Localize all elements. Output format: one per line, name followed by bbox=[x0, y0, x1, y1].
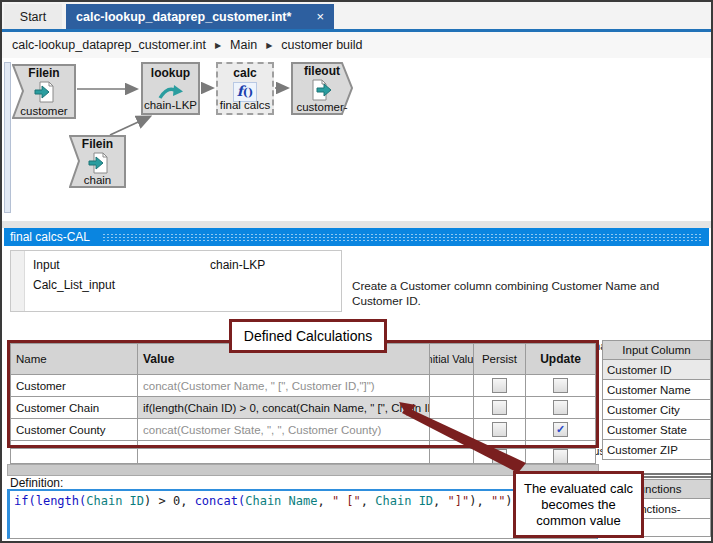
list-item[interactable]: Customer ID bbox=[602, 360, 711, 380]
calc-value-cell[interactable] bbox=[138, 441, 430, 449]
list-item[interactable]: Customer ZIP bbox=[602, 440, 711, 460]
initial-value-cell[interactable] bbox=[430, 397, 474, 419]
node-name-label: chain-LKP bbox=[143, 99, 198, 111]
cal-panel-header[interactable]: final calcs-CAL bbox=[4, 228, 709, 246]
property-label: Input bbox=[25, 258, 210, 272]
calc-value-cell-selected[interactable]: if(length(Chain ID) > 0, concat(Chain Na… bbox=[138, 397, 430, 419]
initial-value-cell[interactable] bbox=[430, 375, 474, 397]
close-icon[interactable]: × bbox=[316, 9, 324, 24]
col-header-persist[interactable]: Persist bbox=[474, 343, 526, 375]
file-out-icon bbox=[291, 78, 353, 102]
calc-name-cell[interactable] bbox=[10, 441, 138, 449]
table-row: Customer County concat(Customer State, "… bbox=[10, 419, 596, 441]
cal-panel-title: final calcs-CAL bbox=[10, 230, 90, 244]
node-type-label: calc bbox=[218, 66, 272, 80]
section-divider bbox=[2, 221, 711, 228]
node-name-label: chain bbox=[69, 174, 126, 186]
description-line: Create a Customer column combining Custo… bbox=[352, 278, 710, 308]
node-type-label: Filein bbox=[12, 66, 76, 80]
property-label: Calc_List_input bbox=[25, 278, 210, 292]
node-name-label: customer- bbox=[291, 101, 353, 113]
update-checkbox-checked[interactable]: ✓ bbox=[553, 422, 568, 437]
app-window: Start calc-lookup_dataprep_customer.int*… bbox=[0, 0, 713, 543]
input-column-header: Input Column bbox=[602, 340, 711, 360]
persist-checkbox[interactable] bbox=[492, 400, 507, 415]
property-row-calc-list-input[interactable]: Calc_List_input bbox=[25, 275, 341, 295]
initial-value-cell[interactable] bbox=[430, 449, 474, 464]
node-type-label: fileout bbox=[291, 64, 353, 78]
calc-value-cell[interactable]: concat(Customer State, ", ", Customer Co… bbox=[138, 419, 430, 441]
canvas-left-strip bbox=[4, 62, 11, 213]
properties-gutter bbox=[11, 251, 25, 311]
table-row: Customer concat(Customer Name, " [", Cus… bbox=[10, 375, 596, 397]
property-value[interactable]: chain-LKP bbox=[210, 258, 341, 272]
calc-name-cell[interactable]: Customer bbox=[10, 375, 138, 397]
properties-grid: Input chain-LKP Calc_List_input bbox=[10, 250, 342, 312]
list-item[interactable]: Customer State bbox=[602, 420, 711, 440]
initial-value-cell[interactable] bbox=[430, 441, 474, 449]
drag-handle-dots bbox=[102, 233, 703, 242]
node-type-label: Filein bbox=[69, 137, 126, 151]
update-checkbox[interactable] bbox=[553, 449, 568, 464]
node-calc[interactable]: calc f() final calcs bbox=[216, 62, 274, 115]
callout-line: common value bbox=[536, 513, 621, 529]
tab-active-document[interactable]: calc-lookup_dataprep_customer.int* × bbox=[66, 4, 334, 29]
tab-active-label: calc-lookup_dataprep_customer.int* bbox=[76, 10, 291, 24]
col-header-update[interactable]: Update bbox=[526, 343, 596, 375]
calc-value-cell[interactable]: concat(Customer Name, " [", Customer ID,… bbox=[138, 375, 430, 397]
calc-name-cell[interactable]: Customer Chain bbox=[10, 397, 138, 419]
callout-text: Defined Calculations bbox=[244, 328, 372, 344]
table-row: Customer Chain if(length(Chain ID) > 0, … bbox=[10, 397, 596, 419]
tab-start[interactable]: Start bbox=[4, 4, 62, 29]
persist-checkbox[interactable] bbox=[492, 449, 507, 464]
col-header-initial-value[interactable]: Initial Value bbox=[430, 343, 474, 375]
table-row bbox=[10, 449, 596, 464]
definition-label: Definition: bbox=[10, 476, 63, 490]
breadcrumb-item-main[interactable]: Main bbox=[230, 38, 257, 52]
persist-cell[interactable] bbox=[474, 441, 526, 449]
file-in-icon bbox=[69, 151, 126, 175]
persist-cell bbox=[474, 449, 526, 464]
node-name-label: customer bbox=[12, 105, 76, 117]
node-filein-chain[interactable]: Filein chain bbox=[69, 135, 126, 188]
breadcrumb: calc-lookup_dataprep_customer.int ▶ Main… bbox=[2, 32, 711, 58]
chevron-right-icon: ▶ bbox=[215, 41, 221, 50]
callout-evaluated-calc: The evaluated calc becomes the common va… bbox=[513, 471, 644, 538]
update-cell bbox=[526, 449, 596, 464]
callout-defined-calculations: Defined Calculations bbox=[229, 319, 387, 353]
persist-checkbox[interactable] bbox=[492, 378, 507, 393]
node-filein-customer[interactable]: Filein customer bbox=[12, 64, 76, 119]
node-type-label: lookup bbox=[143, 66, 198, 80]
persist-checkbox[interactable] bbox=[492, 422, 507, 437]
callout-line: becomes the bbox=[541, 497, 615, 513]
node-lookup[interactable]: lookup chain-LKP bbox=[141, 62, 200, 115]
list-item[interactable]: Customer City bbox=[602, 400, 711, 420]
breadcrumb-item-file[interactable]: calc-lookup_dataprep_customer.int bbox=[12, 38, 206, 52]
initial-value-cell[interactable] bbox=[430, 419, 474, 441]
file-in-icon bbox=[12, 80, 76, 104]
col-header-name[interactable]: Name bbox=[10, 343, 138, 375]
table-row bbox=[10, 441, 596, 449]
chevron-right-icon: ▶ bbox=[266, 41, 272, 50]
calc-name-cell[interactable] bbox=[10, 449, 138, 464]
persist-cell bbox=[474, 419, 526, 441]
update-cell: ✓ bbox=[526, 419, 596, 441]
node-fileout-customer[interactable]: fileout customer- bbox=[291, 62, 353, 115]
node-name-label: final calcs bbox=[218, 99, 272, 111]
update-checkbox[interactable] bbox=[553, 400, 568, 415]
list-item[interactable]: Customer Name bbox=[602, 380, 711, 400]
update-cell[interactable] bbox=[526, 441, 596, 449]
update-cell bbox=[526, 397, 596, 419]
update-cell bbox=[526, 375, 596, 397]
calc-name-cell[interactable]: Customer County bbox=[10, 419, 138, 441]
persist-cell bbox=[474, 375, 526, 397]
update-checkbox[interactable] bbox=[553, 378, 568, 393]
calc-value-cell[interactable] bbox=[138, 449, 430, 464]
callout-line: The evaluated calc bbox=[524, 481, 633, 497]
table-scrollbar-strip[interactable] bbox=[7, 464, 599, 476]
persist-cell bbox=[474, 397, 526, 419]
breadcrumb-item-customer-build[interactable]: customer build bbox=[281, 38, 362, 52]
definition-editor[interactable]: if(length(Chain ID) > 0, concat(Chain Na… bbox=[7, 489, 598, 539]
property-row-input[interactable]: Input chain-LKP bbox=[25, 255, 341, 275]
